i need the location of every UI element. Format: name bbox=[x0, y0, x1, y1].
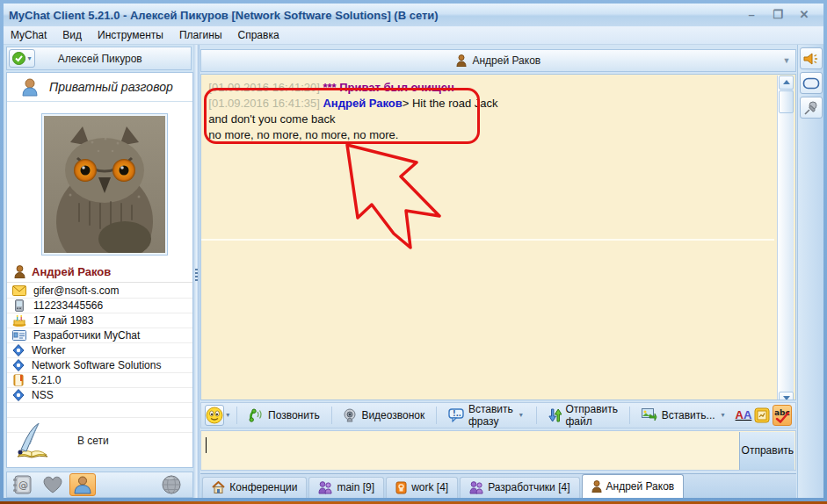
contacts-book-button[interactable]: @ bbox=[10, 473, 36, 496]
tab-work[interactable]: work [4] bbox=[386, 477, 458, 498]
chat-scrollbar[interactable] bbox=[777, 76, 794, 400]
tab-main[interactable]: main [9] bbox=[308, 477, 384, 498]
menu-mychat[interactable]: MyChat bbox=[11, 29, 47, 41]
contact-field-email: gifer@nsoft-s.com bbox=[7, 284, 192, 299]
svg-text:!..: !.. bbox=[453, 410, 461, 418]
sidebar-splitter[interactable] bbox=[193, 45, 199, 498]
insert-image-icon bbox=[642, 408, 657, 421]
send-file-label: Отправить файл bbox=[566, 403, 619, 428]
webcam-icon bbox=[343, 408, 357, 422]
presence-label: В сети bbox=[77, 435, 109, 447]
pin-button[interactable] bbox=[800, 97, 823, 119]
contact-email: gifer@nsoft-s.com bbox=[33, 284, 120, 297]
info-icon bbox=[12, 344, 25, 356]
insert-phrase-button[interactable]: !.. Вставить фразу ▾ bbox=[442, 400, 531, 430]
users-icon bbox=[318, 481, 332, 494]
channel-tabbar: Конференции main [9] work [4] bbox=[200, 473, 796, 498]
contact-role: Worker bbox=[32, 344, 65, 356]
phrase-dropdown-icon: ▾ bbox=[518, 411, 525, 419]
sound-button[interactable] bbox=[800, 47, 823, 69]
web-button[interactable] bbox=[158, 473, 185, 496]
sidebar-panel: Приватный разговор bbox=[6, 72, 193, 468]
maximize-button[interactable]: ❐ bbox=[771, 9, 785, 21]
sidebar-toolbar: @ bbox=[6, 472, 193, 498]
toolbar-separator bbox=[629, 407, 630, 424]
message-input[interactable] bbox=[201, 431, 795, 470]
insert-dropdown-icon: ▾ bbox=[720, 411, 727, 419]
video-call-button[interactable]: Видеозвонок bbox=[337, 406, 431, 425]
toolbar-separator bbox=[436, 407, 437, 424]
message-line: no more, no more, no more, no more. bbox=[208, 127, 788, 143]
message-line: and don't you come back bbox=[208, 112, 788, 127]
tab-developers[interactable]: Разработчики [4] bbox=[460, 477, 579, 498]
emoticons-button[interactable] bbox=[205, 405, 224, 426]
toolbar-separator bbox=[236, 407, 237, 424]
spellcheck-button[interactable]: abc bbox=[773, 405, 792, 426]
person-icon bbox=[19, 76, 40, 97]
window-controls: – ❐ ✕ bbox=[744, 9, 818, 21]
font-button[interactable]: AA bbox=[736, 405, 752, 426]
chevron-down-icon[interactable]: ▼ bbox=[782, 56, 790, 65]
toolbar-separator bbox=[331, 407, 332, 424]
message-input-row: Отправить bbox=[200, 430, 796, 471]
contact-server: NSS bbox=[32, 389, 54, 401]
history-button[interactable] bbox=[754, 405, 770, 426]
info-icon bbox=[12, 389, 25, 401]
idcard-icon bbox=[12, 330, 26, 341]
unread-divider bbox=[201, 239, 774, 241]
scrollbar-thumb[interactable] bbox=[779, 90, 794, 113]
minimize-button[interactable]: – bbox=[744, 9, 758, 21]
file-transfer-icon bbox=[548, 408, 562, 422]
insert-object-button[interactable]: Вставить... ▾ bbox=[635, 406, 733, 424]
chat-header[interactable]: Андрей Раков ▼ bbox=[200, 49, 796, 72]
contact-group: Разработчики MyChat bbox=[33, 329, 140, 342]
presence-row: В сети bbox=[7, 416, 192, 465]
main-content: ▾ Алексей Пикуров Приватный разговор bbox=[4, 45, 823, 498]
scroll-up-button[interactable] bbox=[779, 76, 794, 90]
status-button[interactable]: ▾ bbox=[9, 49, 35, 68]
tab-label: Конференции bbox=[229, 481, 297, 493]
toolbar-separator bbox=[536, 407, 537, 424]
send-button[interactable]: Отправить bbox=[739, 432, 794, 470]
call-button[interactable]: Позвонить bbox=[243, 406, 326, 425]
lock-icon bbox=[395, 481, 407, 494]
theme-button[interactable] bbox=[800, 72, 823, 94]
menu-view[interactable]: Вид bbox=[62, 29, 82, 41]
speech-bubble-icon: !.. bbox=[448, 408, 464, 422]
window-frame: MyChat Client 5.21.0 - Алексей Пикуров [… bbox=[4, 4, 823, 498]
message-timestamp: [01.09.2016 16:41:20] bbox=[208, 81, 320, 94]
system-message-text: *** Приват был очищен bbox=[323, 81, 453, 94]
user-icon bbox=[14, 265, 25, 278]
user-icon bbox=[456, 54, 467, 67]
contact-field-server: NSS bbox=[7, 388, 192, 403]
chat-messages-area[interactable]: [01.09.2016 16:41:20] *** Приват был очи… bbox=[200, 74, 796, 400]
info-icon bbox=[12, 359, 25, 371]
close-button[interactable]: ✕ bbox=[797, 9, 811, 21]
self-user-name: Алексей Пикуров bbox=[35, 53, 191, 65]
contact-company: Network Software Solutions bbox=[32, 359, 161, 371]
menu-tools[interactable]: Инструменты bbox=[98, 29, 163, 41]
menu-plugins[interactable]: Плагины bbox=[179, 29, 222, 41]
scroll-down-button[interactable] bbox=[779, 392, 794, 400]
contact-field-company: Network Software Solutions bbox=[7, 358, 192, 373]
contact-birthday: 17 май 1983 bbox=[33, 314, 93, 327]
user-icon bbox=[73, 475, 92, 494]
tab-conferences[interactable]: Конференции bbox=[202, 477, 307, 498]
tab-andrey-rakov[interactable]: Андрей Раков bbox=[582, 474, 685, 498]
user-card-button[interactable] bbox=[69, 473, 96, 496]
sidebar-header: ▾ Алексей Пикуров bbox=[6, 47, 192, 70]
favorites-button[interactable] bbox=[40, 473, 66, 496]
insert-phrase-label: Вставить фразу bbox=[468, 403, 513, 428]
menu-help[interactable]: Справка bbox=[238, 29, 279, 41]
emoticons-dropdown-icon[interactable]: ▾ bbox=[224, 411, 231, 419]
message-line: [01.09.2016 16:41:35] Андрей Раков> Hit … bbox=[208, 96, 788, 112]
send-file-button[interactable]: Отправить файл bbox=[542, 400, 625, 430]
globe-icon bbox=[161, 474, 182, 495]
composer-toolbar: ▾ Позвонить Видеозвонок bbox=[200, 402, 796, 428]
splitter-grip bbox=[195, 269, 198, 283]
tab-label: Разработчики [4] bbox=[488, 481, 569, 493]
call-label: Позвонить bbox=[268, 409, 320, 421]
user-icon bbox=[591, 480, 602, 493]
message-author: Андрей Раков bbox=[323, 97, 402, 110]
message-timestamp: [01.09.2016 16:41:35] bbox=[208, 97, 320, 110]
